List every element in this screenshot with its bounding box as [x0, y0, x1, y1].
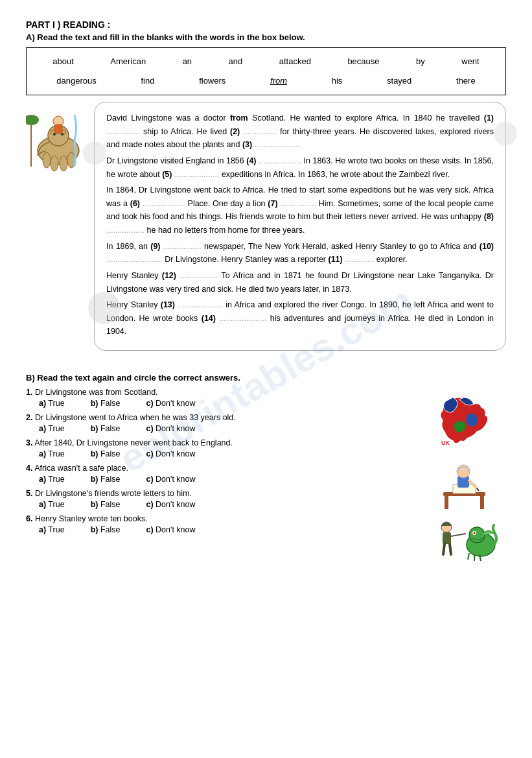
question-4: 4. Africa wasn't a safe place. a) True b… [26, 464, 415, 484]
svg-line-26 [450, 544, 451, 554]
old-man-icon [437, 453, 492, 512]
svg-point-13 [26, 115, 39, 125]
word-stayed: stayed [382, 73, 417, 89]
word-from: from [265, 73, 292, 89]
svg-line-32 [468, 553, 469, 560]
svg-point-3 [51, 156, 58, 171]
word-american: American [105, 53, 151, 70]
question-3-text: 3. After 1840, Dr Livingstone never went… [26, 438, 415, 447]
word-box: about American an and attacked because b… [26, 47, 506, 95]
section-a-title: A) Read the text and fill in the blanks … [26, 32, 506, 42]
question-5: 5. Dr Livingstone's friends wrote letter… [26, 489, 415, 509]
word-attacked: attacked [274, 53, 316, 70]
svg-rect-11 [54, 124, 62, 134]
svg-rect-16 [445, 496, 448, 509]
question-5-options: a) True b) False c) Don't know [26, 500, 415, 509]
svg-text:UK: UK [441, 440, 450, 446]
question-2: 2. Dr Livingstone went to Africa when he… [26, 413, 415, 433]
bubble-decoration-1 [83, 141, 106, 165]
word-dangerous: dangerous [51, 73, 101, 89]
svg-point-29 [469, 527, 485, 543]
section-b: B) Read the text again and circle the co… [26, 373, 506, 567]
right-illustrations: UK [422, 394, 506, 567]
word-his: his [327, 73, 348, 89]
question-2-options: a) True b) False c) Don't know [26, 424, 415, 433]
svg-point-4 [60, 156, 67, 171]
reading-section: David Livingstone was a doctor from Scot… [94, 102, 506, 351]
word-about: about [47, 53, 79, 70]
word-there: there [451, 73, 481, 89]
word-an: an [178, 53, 197, 70]
svg-point-2 [43, 152, 51, 168]
reading-text: David Livingstone was a doctor from Scot… [106, 112, 494, 338]
question-6-text: 6. Henry Stanley wrote ten books. [26, 514, 415, 523]
section-b-title: B) Read the text again and circle the co… [26, 373, 506, 383]
question-1-options: a) True b) False c) Don't know [26, 399, 415, 408]
svg-line-25 [443, 544, 445, 554]
svg-rect-24 [443, 532, 451, 544]
word-because: because [342, 53, 384, 70]
word-flowers: flowers [194, 73, 231, 89]
question-4-options: a) True b) False c) Don't know [26, 475, 415, 484]
bubble-decoration-3 [88, 292, 121, 324]
uk-map-icon: UK [428, 394, 500, 449]
bubble-decoration-2 [494, 122, 517, 145]
elephant-icon [26, 102, 84, 173]
word-by: by [411, 53, 430, 70]
soldier-icon [430, 515, 498, 567]
question-5-text: 5. Dr Livingstone's friends wrote letter… [26, 489, 415, 498]
svg-line-27 [451, 534, 466, 536]
svg-line-22 [477, 488, 479, 491]
question-1: 1. Dr Livingstone was from Scotland. a) … [26, 388, 415, 408]
word-find: find [135, 73, 159, 89]
question-6: 6. Henry Stanley wrote ten books. a) Tru… [26, 514, 415, 534]
part-title: PART I ) READING : [26, 19, 506, 30]
word-went: went [456, 53, 484, 70]
question-1-text: 1. Dr Livingstone was from Scotland. [26, 388, 415, 397]
question-3-options: a) True b) False c) Don't know [26, 449, 415, 458]
elephant-illustration [26, 102, 87, 362]
question-4-text: 4. Africa wasn't a safe place. [26, 464, 415, 473]
question-6-options: a) True b) False c) Don't know [26, 525, 415, 534]
question-3: 3. After 1840, Dr Livingstone never went… [26, 438, 415, 458]
svg-rect-17 [480, 496, 484, 509]
question-2-text: 2. Dr Livingstone went to Africa when he… [26, 413, 415, 422]
word-and: and [224, 53, 248, 70]
svg-point-31 [473, 532, 475, 534]
svg-point-20 [457, 465, 470, 478]
